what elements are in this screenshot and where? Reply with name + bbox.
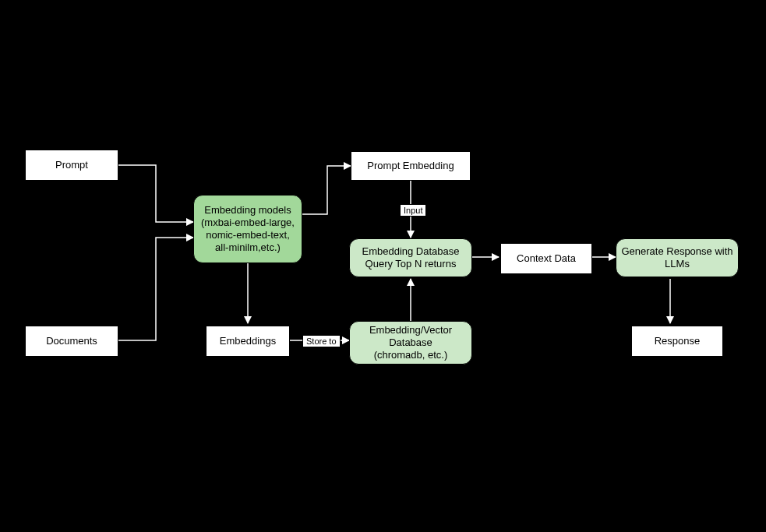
node-documents: Documents: [25, 326, 118, 357]
node-embeddings-label: Embeddings: [220, 335, 276, 347]
node-generate-llm-label: Generate Response with LLMs: [621, 245, 732, 271]
node-query-topn-label: Embedding Database Query Top N returns: [362, 245, 459, 271]
node-embeddings: Embeddings: [206, 326, 290, 357]
node-prompt-embedding: Prompt Embedding: [351, 151, 471, 181]
node-embedding-models-label: Embedding models (mxbai-embed-large, nom…: [201, 204, 295, 255]
node-documents-label: Documents: [46, 335, 97, 347]
node-generate-llm: Generate Response with LLMs: [616, 238, 739, 277]
node-prompt: Prompt: [25, 150, 118, 181]
node-prompt-embedding-label: Prompt Embedding: [367, 160, 454, 172]
edge-label-store-to-text: Store to: [306, 336, 337, 346]
node-vector-db-label: Embedding/Vector Database (chromadb, etc…: [369, 324, 452, 362]
edge-label-input-text: Input: [404, 206, 422, 215]
node-vector-db: Embedding/Vector Database (chromadb, etc…: [349, 321, 472, 365]
node-response: Response: [631, 326, 723, 357]
node-embedding-models: Embedding models (mxbai-embed-large, nom…: [193, 195, 302, 263]
node-context-data: Context Data: [500, 243, 592, 274]
node-query-topn: Embedding Database Query Top N returns: [349, 238, 472, 277]
node-context-data-label: Context Data: [517, 252, 576, 265]
edge-label-store-to: Store to: [302, 335, 341, 347]
edge-label-input: Input: [400, 204, 426, 217]
node-prompt-label: Prompt: [55, 159, 88, 171]
node-response-label: Response: [655, 335, 701, 347]
